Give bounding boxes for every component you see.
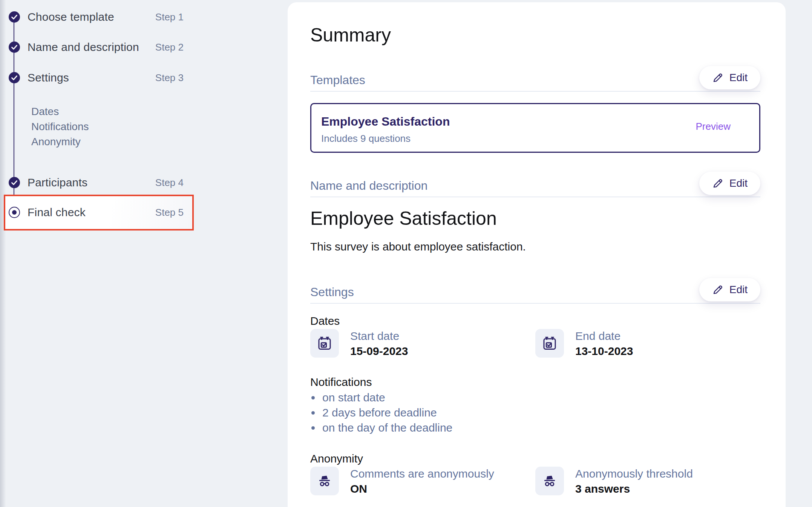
step-completed-check-icon: [9, 11, 20, 23]
templates-edit-button[interactable]: Edit: [699, 66, 760, 89]
survey-name: Employee Satisfaction: [310, 207, 497, 229]
sidebar-left-shadow: [0, 0, 6, 507]
pencil-icon: [712, 178, 723, 189]
edit-button-label: Edit: [729, 72, 748, 84]
edit-button-label: Edit: [729, 177, 748, 189]
dates-group-label: Dates: [310, 315, 340, 327]
templates-heading: Templates: [310, 73, 365, 87]
bullet-dot: [311, 426, 315, 430]
anonymous-comments-item: Comments are anonymously ON: [310, 467, 535, 495]
anonymous-comments-value: ON: [350, 482, 494, 495]
edit-button-label: Edit: [729, 284, 748, 296]
anonymous-comments-label: Comments are anonymously: [350, 467, 494, 480]
step-completed-check-icon: [9, 72, 20, 83]
step-item-settings[interactable]: Settings Step 3: [9, 66, 184, 89]
template-card-subtitle: Includes 9 questions: [321, 133, 411, 144]
selected-template-card: Employee Satisfaction Includes 9 questio…: [310, 103, 760, 153]
end-date-label: End date: [575, 330, 633, 343]
anonymity-threshold-item: Anonymously threshold 3 answers: [535, 467, 760, 495]
start-date-label: Start date: [350, 330, 408, 343]
list-item: on start date: [310, 390, 452, 405]
step-item-participants[interactable]: Participants Step 4: [9, 171, 184, 194]
name-section-heading: Name and description: [310, 179, 427, 193]
list-item: on the day of the deadline: [310, 420, 452, 435]
name-section-header: Name and description Edit: [310, 173, 760, 197]
step-number: Step 5: [155, 207, 184, 218]
dates-grid: Start date 15-09-2023 End da: [310, 329, 760, 358]
summary-panel: Summary Templates Edit Employee Satisfac…: [288, 2, 786, 507]
incognito-icon: [535, 467, 564, 495]
settings-substeps: Dates Notifications Anonymity: [31, 104, 89, 149]
incognito-icon: [310, 467, 339, 495]
settings-section-header: Settings Edit: [310, 277, 760, 304]
substep-notifications[interactable]: Notifications: [31, 119, 89, 134]
name-edit-button[interactable]: Edit: [699, 172, 760, 195]
notifications-list: on start date 2 days before deadline on …: [310, 390, 452, 435]
settings-heading: Settings: [310, 285, 354, 299]
list-item: 2 days before deadline: [310, 405, 452, 420]
step-completed-check-icon: [9, 177, 20, 188]
end-date-item: End date 13-10-2023: [535, 329, 760, 358]
pencil-icon: [712, 284, 723, 295]
pencil-icon: [712, 72, 723, 83]
step-item-name-description[interactable]: Name and description Step 2: [9, 36, 184, 58]
survey-description: This survey is about employee satisfacti…: [310, 240, 526, 253]
anonymity-group-label: Anonymity: [310, 452, 363, 465]
template-card-title: Employee Satisfaction: [321, 115, 450, 129]
template-preview-link[interactable]: Preview: [696, 121, 731, 132]
wizard-stepper-sidebar: Choose template Step 1 Name and descript…: [0, 0, 288, 507]
bullet-dot: [311, 396, 315, 399]
notification-text: on start date: [322, 391, 385, 404]
calendar-check-icon: [310, 329, 339, 358]
end-date-value: 13-10-2023: [575, 345, 633, 358]
bullet-dot: [311, 411, 315, 415]
step-number: Step 2: [155, 41, 184, 53]
step-label: Participants: [28, 176, 87, 189]
step-current-radio-icon: [9, 207, 20, 218]
start-date-value: 15-09-2023: [350, 345, 408, 358]
step-label: Name and description: [28, 41, 139, 54]
anonymity-threshold-value: 3 answers: [575, 482, 693, 495]
substep-anonymity[interactable]: Anonymity: [31, 134, 89, 149]
settings-edit-button[interactable]: Edit: [699, 278, 760, 301]
notifications-group-label: Notifications: [310, 376, 372, 389]
step-label: Choose template: [28, 11, 114, 23]
notification-text: 2 days before deadline: [322, 406, 437, 419]
page-title: Summary: [310, 24, 391, 46]
step-number: Step 4: [155, 177, 184, 189]
step-label: Settings: [28, 71, 69, 84]
start-date-item: Start date 15-09-2023: [310, 329, 535, 358]
notification-text: on the day of the deadline: [322, 421, 452, 434]
anonymity-threshold-label: Anonymously threshold: [575, 467, 693, 480]
step-completed-check-icon: [9, 41, 20, 53]
anonymity-grid: Comments are anonymously ON: [310, 467, 760, 495]
step-number: Step 3: [155, 72, 184, 84]
calendar-check-icon: [535, 329, 564, 358]
step-item-choose-template[interactable]: Choose template Step 1: [9, 6, 184, 28]
substep-dates[interactable]: Dates: [31, 104, 89, 119]
survey-wizard-screen: Choose template Step 1 Name and descript…: [0, 0, 812, 507]
step-label: Final check: [28, 206, 86, 219]
step-item-final-check[interactable]: Final check Step 5: [9, 201, 184, 224]
templates-section-header: Templates Edit: [310, 62, 760, 92]
step-number: Step 1: [155, 11, 184, 23]
